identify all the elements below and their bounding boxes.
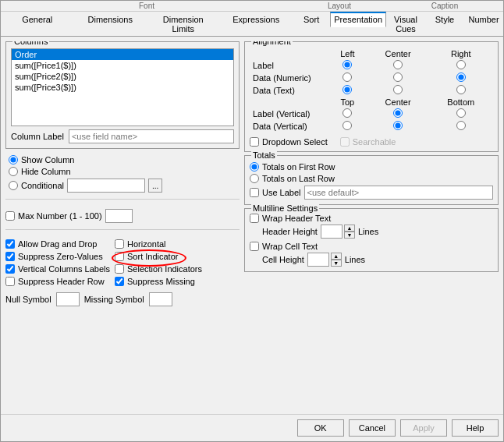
show-column-radio[interactable] bbox=[9, 155, 18, 164]
tab-number[interactable]: Number bbox=[464, 12, 503, 36]
columns-group-label: Columns bbox=[12, 41, 49, 46]
wrap-header-checkbox[interactable] bbox=[250, 214, 259, 223]
tab-visual-cues[interactable]: Visual Cues bbox=[386, 12, 425, 36]
numeric-left-radio[interactable] bbox=[343, 72, 352, 82]
sort-indicator-checkbox[interactable] bbox=[115, 252, 124, 261]
column-label-input[interactable] bbox=[69, 129, 234, 143]
browse-button[interactable]: ... bbox=[148, 179, 162, 193]
cell-height-up-btn[interactable]: ▲ bbox=[331, 253, 342, 260]
tab-dimension-limits[interactable]: Dimension Limits bbox=[147, 12, 220, 36]
columns-group: Columns Order sum([Price1($)]) sum([Pric… bbox=[5, 41, 240, 149]
symbols-row: Null Symbol - Missing Symbol - bbox=[5, 292, 240, 306]
numeric-center-radio[interactable] bbox=[393, 72, 403, 82]
wrap-cell-row: Wrap Cell Text bbox=[250, 242, 493, 251]
dropdown-select-checkbox[interactable] bbox=[250, 137, 259, 147]
layout-group-label: Layout bbox=[293, 1, 386, 12]
use-label-checkbox[interactable] bbox=[250, 188, 259, 197]
selection-indicators-checkbox[interactable] bbox=[115, 264, 124, 274]
separator-2 bbox=[5, 229, 240, 230]
columns-list[interactable]: Order sum([Price1($)]) sum([Price2($)]) … bbox=[11, 48, 234, 126]
text-right-radio[interactable] bbox=[456, 85, 466, 94]
header-height-label: Header Height bbox=[262, 227, 318, 236]
text-left-radio[interactable] bbox=[343, 85, 352, 94]
dropdown-select-label: Dropdown Select bbox=[262, 137, 328, 147]
show-column-label: Show Column bbox=[21, 155, 74, 164]
label-row-label: Label bbox=[250, 59, 328, 72]
label-center-radio-cell bbox=[367, 59, 429, 72]
dv-center-radio[interactable] bbox=[393, 121, 403, 130]
tab-style[interactable]: Style bbox=[425, 12, 464, 36]
suppress-missing-label: Suppress Missing bbox=[127, 277, 195, 286]
suppress-header-checkbox[interactable] bbox=[5, 277, 15, 286]
null-symbol-input[interactable]: - bbox=[56, 292, 80, 306]
tab-dimensions[interactable]: Dimensions bbox=[74, 12, 147, 36]
multiline-group-label: Multiline Settings bbox=[251, 203, 319, 213]
lv-bottom-cell bbox=[429, 108, 493, 120]
max-number-input[interactable]: 10 bbox=[105, 209, 133, 223]
tab-expressions[interactable]: Expressions bbox=[220, 12, 293, 36]
label-right-radio[interactable] bbox=[456, 60, 466, 69]
dv-top-radio[interactable] bbox=[343, 121, 352, 130]
suppress-zero-checkbox[interactable] bbox=[5, 252, 15, 261]
numeric-right-cell bbox=[429, 72, 493, 84]
text-center-radio[interactable] bbox=[393, 85, 403, 94]
label-center-radio[interactable] bbox=[393, 60, 403, 69]
suppress-missing-checkbox[interactable] bbox=[115, 277, 124, 286]
conditional-radio[interactable] bbox=[9, 181, 18, 190]
searchable-checkbox[interactable] bbox=[340, 137, 350, 147]
apply-button[interactable]: Apply bbox=[400, 419, 447, 437]
label-left-radio-cell bbox=[328, 59, 367, 72]
header-height-down-btn[interactable]: ▼ bbox=[344, 232, 355, 239]
tab-general[interactable]: General bbox=[1, 12, 74, 36]
wrap-cell-checkbox[interactable] bbox=[250, 242, 259, 251]
header-height-input[interactable]: 2 bbox=[321, 225, 343, 239]
allow-drag-checkbox[interactable] bbox=[5, 239, 15, 249]
conditional-input[interactable] bbox=[67, 179, 145, 193]
max-number-checkbox[interactable] bbox=[5, 211, 15, 221]
use-label-input[interactable] bbox=[304, 186, 493, 200]
label-vertical-row: Label (Vertical) bbox=[250, 108, 493, 120]
cell-height-spinner: 2 ▲ ▼ bbox=[307, 253, 342, 267]
allow-drag-row: Allow Drag and Drop bbox=[5, 239, 110, 249]
missing-symbol-input[interactable]: - bbox=[149, 292, 172, 306]
data-vertical-row: Data (Vertical) bbox=[250, 120, 493, 133]
totals-first-radio[interactable] bbox=[250, 162, 259, 171]
totals-group-label: Totals bbox=[251, 150, 277, 160]
cancel-button[interactable]: Cancel bbox=[349, 419, 396, 437]
max-number-label: Max Number (1 - 100) bbox=[18, 211, 102, 221]
cell-height-down-btn[interactable]: ▼ bbox=[331, 260, 342, 267]
label-vertical-label: Label (Vertical) bbox=[250, 108, 328, 120]
vertical-labels-checkbox[interactable] bbox=[5, 264, 15, 274]
list-item-order[interactable]: Order bbox=[12, 49, 233, 60]
list-item-price1[interactable]: sum([Price1($)]) bbox=[12, 60, 233, 71]
column-label-row: Column Label bbox=[11, 129, 234, 143]
header-height-up-btn[interactable]: ▲ bbox=[344, 225, 355, 232]
hide-column-radio[interactable] bbox=[9, 167, 18, 176]
lv-center-radio[interactable] bbox=[393, 108, 403, 118]
dropdown-select-row: Dropdown Select bbox=[250, 137, 328, 147]
vert-center-header: Center bbox=[367, 97, 429, 108]
hide-column-row: Hide Column bbox=[9, 167, 240, 176]
lv-top-radio[interactable] bbox=[343, 108, 352, 118]
horizontal-row: Horizontal bbox=[115, 239, 202, 249]
selection-indicators-label: Selection Indicators bbox=[127, 264, 202, 274]
totals-last-label: Totals on Last Row bbox=[262, 174, 335, 183]
vertical-header-row: Top Center Bottom bbox=[250, 97, 493, 108]
tab-sort[interactable]: Sort bbox=[293, 12, 330, 27]
dv-bottom-cell bbox=[429, 120, 493, 133]
lv-bottom-radio[interactable] bbox=[456, 108, 466, 118]
ok-button[interactable]: OK bbox=[297, 419, 344, 437]
totals-last-radio[interactable] bbox=[250, 174, 259, 183]
help-button[interactable]: Help bbox=[452, 419, 499, 437]
tab-group-font: Font General Dimensions Dimension Limits… bbox=[1, 1, 293, 36]
conditional-row: Conditional ... bbox=[9, 179, 240, 193]
cell-height-input[interactable]: 2 bbox=[307, 253, 329, 267]
dv-bottom-radio[interactable] bbox=[456, 121, 466, 130]
numeric-right-radio[interactable] bbox=[456, 72, 466, 82]
list-item-price2[interactable]: sum([Price2($)]) bbox=[12, 71, 233, 82]
tab-presentation[interactable]: Presentation bbox=[330, 12, 386, 27]
show-column-row: Show Column bbox=[9, 155, 240, 164]
label-left-radio[interactable] bbox=[343, 60, 352, 69]
list-item-price3[interactable]: sum([Price3($)]) bbox=[12, 82, 233, 93]
horizontal-checkbox[interactable] bbox=[115, 239, 124, 249]
